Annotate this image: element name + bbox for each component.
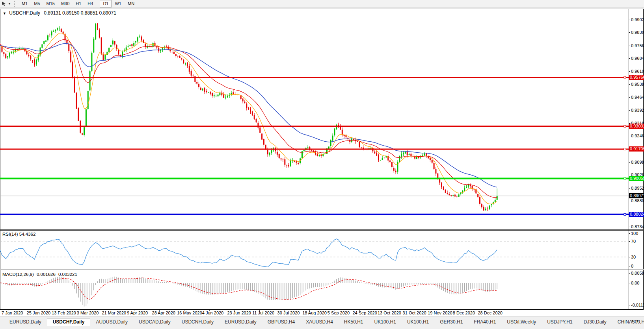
date-axis-tick [234, 310, 235, 311]
timeframe-button-h4[interactable]: H4 [84, 0, 96, 7]
timeframe-button-mn[interactable]: MN [125, 0, 138, 7]
chart-tab-bar: EURUSD,DailyUSDCHF,DailyAUDUSD,DailyUSDC… [0, 316, 644, 329]
support-hline-label: 0.90055 [629, 176, 644, 181]
tab-uk100-h1[interactable]: UK100,H1 [369, 318, 402, 326]
date-axis-tick [84, 310, 84, 311]
tab-ger30-h1[interactable]: GER30,H1 [434, 318, 468, 326]
ma-slow-line[interactable] [0, 44, 497, 187]
collapse-triangle-icon[interactable]: ▼ [3, 11, 6, 15]
timeframe-button-m1[interactable]: M1 [19, 0, 31, 7]
price-axis-tick: 0.90980 [631, 160, 644, 164]
macd-pane-canvas[interactable] [0, 270, 629, 309]
macd-indicator-label: MACD(12,26,9) -0.001626 -0.003221 [2, 272, 77, 277]
date-axis-tick [134, 310, 134, 311]
date-axis-tick [209, 310, 210, 311]
tab-eurusd-daily[interactable]: EURUSD,Daily [219, 318, 262, 326]
date-axis-tick [359, 310, 360, 311]
price-axis-border [629, 9, 629, 309]
tab-xauusd-h4[interactable]: XAUUSD,H4 [300, 318, 339, 326]
rsi-axis-tick: 0 [631, 264, 633, 268]
support-hline-handle[interactable] [624, 213, 626, 215]
tab-usdcad-daily[interactable]: USDCAD,Daily [133, 318, 176, 326]
cursor-tool-icon[interactable] [1, 1, 7, 7]
date-axis-label: 24 Sep 2020 [352, 311, 377, 315]
resistance-hline-label: 0.93001 [629, 124, 644, 129]
price-axis-tick: 0.97560 [631, 43, 644, 48]
date-axis-label: 13 Oct 2020 [378, 311, 401, 315]
chart-symbol-label: USDCHF,Daily [9, 10, 40, 16]
timeframe-button-m15[interactable]: M15 [43, 0, 58, 7]
rsi-axis-tick: 30 [631, 255, 636, 259]
date-axis-tick [385, 310, 385, 311]
date-axis-label: 25 Jan 2020 [27, 311, 51, 315]
timeframe-toolbar: ▼ M1M5M15M30H1H4D1W1MN [0, 0, 644, 8]
tab-dj30-daily[interactable]: DJ30,Daily [578, 318, 612, 326]
tab-uk100-h1[interactable]: UK100,H1 [402, 318, 434, 326]
timeframe-button-h1[interactable]: H1 [73, 0, 84, 7]
price-axis-tick: 0.88800 [631, 198, 644, 203]
resistance-hline-handle[interactable] [624, 148, 626, 150]
caret-down-icon[interactable]: ▼ [8, 2, 11, 6]
date-axis-label: 21 Mar 2020 [102, 311, 126, 315]
tab-fra40-h1[interactable]: FRA40,H1 [468, 318, 501, 326]
timeframe-button-d1[interactable]: D1 [100, 0, 112, 7]
tab-usoil-weekly[interactable]: USOil,Weekly [501, 318, 542, 326]
date-axis-tick [184, 310, 184, 311]
price-axis-tick: 0.96100 [631, 69, 644, 74]
timeframe-button-w1[interactable]: W1 [112, 0, 125, 7]
date-axis-tick [410, 310, 410, 311]
price-pane-canvas[interactable] [0, 9, 629, 229]
date-axis-label: 9 Apr 2020 [127, 311, 148, 315]
tab-eurusd-daily[interactable]: EURUSD,Daily [4, 318, 47, 326]
date-axis-tick [34, 310, 34, 311]
resistance-hline-handle[interactable] [624, 76, 626, 78]
macd-axis-tick: 0.005818 [631, 271, 644, 275]
price-axis-tick: 0.95380 [631, 82, 644, 87]
date-axis-tick [259, 310, 260, 311]
tab-scroll-right-icon[interactable]: ► [636, 319, 642, 323]
tab-audusd-daily[interactable]: AUDUSD,Daily [90, 318, 133, 326]
timeframe-button-m5[interactable]: M5 [31, 0, 43, 7]
date-axis-label: 4 Jun 2020 [202, 311, 223, 315]
tab-hk50-h1[interactable]: HK50,H1 [339, 318, 369, 326]
date-axis-label: 13 Feb 2020 [52, 311, 76, 315]
date-axis-tick [109, 310, 109, 311]
date-axis-tick [285, 310, 285, 311]
date-axis-tick [485, 310, 485, 311]
date-axis-label: 18 Aug 2020 [302, 311, 327, 315]
tab-usdchf-daily[interactable]: USDCHF,Daily [47, 318, 91, 326]
tab-usdjpy-h1[interactable]: USDJPY,H1 [542, 318, 578, 326]
rsi-line [0, 239, 497, 267]
tab-gbpusd-h4[interactable]: GBPUSD,H4 [262, 318, 300, 326]
price-axis-tick: 0.93920 [631, 108, 644, 113]
tab-scroll-left-icon[interactable]: ◄ [630, 319, 636, 323]
rsi-axis-tick: 100 [631, 231, 638, 236]
ma-medium-line[interactable] [0, 40, 497, 198]
date-axis-tick [435, 310, 435, 311]
resistance-hline-label: 0.91709 [629, 146, 644, 152]
date-axis-label: 7 Jan 2020 [2, 311, 23, 315]
date-axis-tick [9, 310, 9, 311]
date-axis-tick [309, 310, 310, 311]
chart-title: ▼ USDCHF,Daily 0.89131 0.89150 0.88851 0… [3, 10, 116, 16]
date-axis-label: 8 Dec 2020 [453, 311, 475, 315]
resistance-hline-handle[interactable] [624, 125, 626, 127]
date-axis-label: 31 Oct 2020 [403, 311, 426, 315]
rsi-pane-canvas[interactable] [0, 230, 629, 269]
price-axis-tick: 0.98300 [631, 30, 644, 35]
timeframe-button-m30[interactable]: M30 [58, 0, 73, 7]
candlesticks [0, 23, 498, 211]
support-hline-label: 0.88024 [629, 212, 644, 217]
toolbar-grip[interactable] [14, 1, 16, 7]
date-axis-label: 3 Mar 2020 [77, 311, 99, 315]
tab-usdcnh-daily[interactable]: USDCNH,Daily [176, 318, 219, 326]
date-axis-label: 30 Jul 2020 [277, 311, 300, 315]
timeframe-buttons: M1M5M15M30H1H4D1W1MN [19, 0, 138, 7]
date-axis-label: 28 Apr 2020 [152, 311, 175, 315]
macd-axis-tick: -0.01151 [631, 303, 644, 307]
support-hline-handle[interactable] [624, 177, 626, 179]
date-axis-label: 16 May 2020 [177, 311, 202, 315]
date-axis-label: 23 Jun 2020 [227, 311, 251, 315]
mt4-window: ▼ M1M5M15M30H1H4D1W1MN ▼ USDCHF,Daily 0.… [0, 0, 644, 329]
chart-ohlc-values: 0.89131 0.89150 0.88851 0.89071 [44, 10, 116, 16]
